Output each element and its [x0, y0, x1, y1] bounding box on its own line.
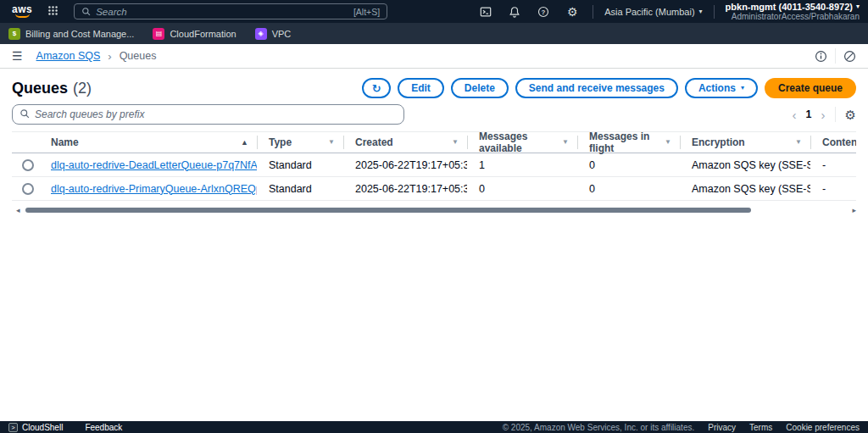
cloudshell-terminal-icon: [480, 6, 492, 18]
row-select-radio[interactable]: [22, 183, 34, 195]
filter-row: ‹ 1 › ⚙: [12, 104, 856, 125]
chevron-down-icon: ▾: [856, 3, 860, 10]
region-label: Asia Pacific (Mumbai): [604, 7, 694, 17]
column-filter-icon[interactable]: ▼: [328, 139, 335, 146]
cell-content: -: [810, 159, 856, 171]
region-selector[interactable]: Asia Pacific (Mumbai) ▾: [599, 7, 707, 17]
settings-button[interactable]: ⚙: [558, 6, 587, 18]
column-header-encryption[interactable]: Encryption ▼: [680, 132, 810, 153]
column-label: Name: [51, 136, 79, 148]
column-filter-icon[interactable]: ▼: [665, 139, 671, 146]
favorite-billing[interactable]: $ Billing and Cost Manage...: [8, 28, 134, 40]
scroll-right-icon[interactable]: ▸: [852, 206, 856, 214]
create-queue-button[interactable]: Create queue: [765, 78, 856, 98]
table-row: dlq-auto-redrive-PrimaryQueue-ArlxnQREQp…: [12, 177, 856, 201]
breadcrumb-tools-divider: [835, 48, 836, 64]
column-label: Messages available: [479, 131, 562, 154]
column-filter-icon[interactable]: ▼: [562, 139, 569, 146]
cloudshell-label: CloudShell: [22, 423, 63, 432]
top-nav-divider: [714, 5, 715, 19]
row-select-radio[interactable]: [22, 159, 34, 171]
edit-button[interactable]: Edit: [398, 78, 444, 98]
page-title: Queues: [12, 80, 68, 97]
current-page-number[interactable]: 1: [806, 108, 812, 120]
breadcrumb-current-page: Queues: [120, 50, 157, 62]
aws-console-sqs-queues: aws [Alt+S] ? ⚙: [0, 0, 868, 433]
copyright-text: © 2025, Amazon Web Services, Inc. or its…: [503, 423, 695, 432]
column-header-type[interactable]: Type ▼: [257, 132, 343, 153]
queue-count: (2): [73, 80, 92, 97]
refresh-button[interactable]: ↻: [362, 78, 391, 98]
search-icon: [81, 4, 91, 19]
vpc-service-icon: ◈: [255, 28, 267, 40]
favorite-vpc-label: VPC: [272, 29, 292, 39]
services-menu-button[interactable]: [47, 4, 58, 19]
table-preferences-button[interactable]: ⚙: [845, 108, 856, 121]
breadcrumb-right-tools: [815, 48, 856, 64]
cell-messages-available: 0: [467, 183, 577, 195]
console-footer: > CloudShell Feedback © 2025, Amazon Web…: [0, 421, 868, 433]
page-header: Queues (2) ↻ Edit Delete Send and receiv…: [12, 77, 856, 99]
info-icon: [815, 50, 827, 63]
search-shortcut-hint: [Alt+S]: [353, 7, 380, 17]
table-row: dlq-auto-redrive-DeadLetterQueue-p7q7NfA…: [12, 153, 856, 177]
favorites-bar: $ Billing and Cost Manage... ▤ CloudForm…: [0, 23, 868, 44]
cell-type: Standard: [257, 183, 343, 195]
favorite-billing-label: Billing and Cost Manage...: [25, 29, 134, 39]
privacy-link[interactable]: Privacy: [708, 423, 736, 432]
scrollbar-thumb[interactable]: [25, 208, 751, 213]
previous-page-button[interactable]: ‹: [793, 108, 797, 121]
column-header-messages-available[interactable]: Messages available ▼: [467, 132, 577, 153]
actions-dropdown-button[interactable]: Actions ▾: [685, 78, 758, 98]
favorite-vpc[interactable]: ◈ VPC: [255, 28, 292, 40]
delete-button[interactable]: Delete: [451, 78, 509, 98]
notifications-button[interactable]: [500, 6, 529, 18]
cloudshell-terminal-icon: >: [8, 423, 18, 432]
column-header-select: [12, 132, 44, 153]
cell-messages-available: 1: [467, 159, 577, 171]
cell-content: -: [810, 183, 856, 195]
column-label: Messages in flight: [589, 131, 665, 154]
cookie-preferences-link[interactable]: Cookie preferences: [786, 423, 860, 432]
account-name-label: pbkn-mgmt (4011-3540-8972): [726, 2, 853, 12]
queue-prefix-search[interactable]: [12, 104, 404, 125]
svg-text:?: ?: [542, 8, 546, 15]
column-header-content[interactable]: Content: [810, 132, 856, 153]
cell-encryption: Amazon SQS key (SSE-SQS): [680, 183, 810, 195]
column-header-created[interactable]: Created ▼: [343, 132, 467, 153]
queue-name-link[interactable]: dlq-auto-redrive-DeadLetterQueue-p7q7NfA…: [51, 159, 257, 171]
terms-link[interactable]: Terms: [749, 423, 772, 432]
column-header-messages-in-flight[interactable]: Messages in flight ▼: [577, 132, 680, 153]
pagination-divider: [835, 107, 836, 122]
send-receive-messages-button[interactable]: Send and receive messages: [515, 78, 678, 98]
global-search-input[interactable]: [96, 7, 348, 17]
account-menu[interactable]: pbkn-mgmt (4011-3540-8972) ▾ Administrat…: [721, 2, 860, 22]
favorite-cloudformation[interactable]: ▤ CloudFormation: [153, 28, 236, 40]
cell-created: 2025-06-22T19:17+05:30: [343, 159, 467, 171]
column-filter-icon[interactable]: ▼: [795, 139, 802, 146]
queue-prefix-search-input[interactable]: [35, 108, 397, 120]
horizontal-scrollbar: ◂ ▸: [12, 205, 856, 215]
column-header-name[interactable]: Name ▲: [44, 132, 257, 153]
column-label: Type: [269, 136, 292, 148]
breadcrumb-service-link[interactable]: Amazon SQS: [36, 50, 101, 62]
top-nav-right: ? ⚙ Asia Pacific (Mumbai) ▾ pbkn-mgmt (4…: [471, 2, 860, 22]
panel-toggle-button[interactable]: [843, 50, 856, 63]
aws-logo[interactable]: aws: [12, 5, 32, 18]
sort-ascending-icon[interactable]: ▲: [241, 139, 248, 147]
hamburger-menu-icon[interactable]: ☰: [12, 50, 23, 62]
global-search[interactable]: [Alt+S]: [74, 3, 387, 19]
cloudformation-service-icon: ▤: [153, 28, 164, 40]
info-panel-button[interactable]: [815, 50, 827, 63]
cell-messages-in-flight: 0: [577, 183, 680, 195]
scroll-left-icon[interactable]: ◂: [16, 206, 20, 214]
cloudshell-footer-button[interactable]: > CloudShell: [8, 423, 63, 432]
cloudshell-button[interactable]: [471, 6, 500, 18]
next-page-button[interactable]: ›: [821, 108, 826, 121]
cell-created: 2025-06-22T19:17+05:30: [343, 183, 467, 195]
help-button[interactable]: ?: [529, 6, 558, 18]
feedback-link[interactable]: Feedback: [85, 423, 122, 432]
column-filter-icon[interactable]: ▼: [452, 139, 459, 146]
gear-icon: ⚙: [567, 6, 578, 18]
queue-name-link[interactable]: dlq-auto-redrive-PrimaryQueue-ArlxnQREQp…: [51, 183, 257, 195]
